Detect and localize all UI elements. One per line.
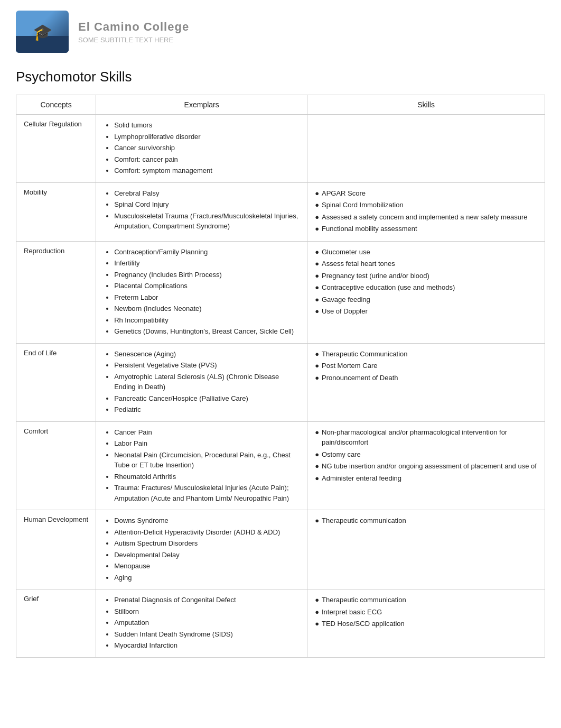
- list-item: Comfort: cancer pain: [114, 154, 300, 165]
- list-item: ●Functional mobility assessment: [315, 224, 537, 234]
- skill-text: Non-pharmacological and/or pharmacologic…: [322, 427, 537, 448]
- list-item: ●Contraceptive education (use and method…: [315, 282, 537, 293]
- list-item: ●Glucometer use: [315, 247, 537, 257]
- bullet-icon: ●: [315, 461, 319, 472]
- page-header: El Camino College SOME SUBTITLE TEXT HER…: [16, 11, 545, 53]
- skills-cell: ●APGAR Score●Spinal Cord Immobilization●…: [307, 182, 545, 241]
- list-item: Senescence (Aging): [114, 349, 300, 360]
- skill-text: Functional mobility assessment: [322, 224, 417, 234]
- bullet-icon: ●: [315, 188, 319, 199]
- bullet-icon: ●: [315, 247, 319, 257]
- page-title: Psychomotor Skills: [16, 69, 545, 85]
- table-row: MobilityCerebral PalsySpinal Cord Injury…: [16, 182, 545, 241]
- skill-text: Contraceptive education (use and methods…: [322, 282, 455, 293]
- bullet-icon: ●: [315, 361, 319, 371]
- bullet-icon: ●: [315, 373, 319, 383]
- list-item: Comfort: symptom management: [114, 165, 300, 176]
- bullet-icon: ●: [315, 619, 319, 629]
- skill-text: Ostomy care: [322, 449, 361, 460]
- exemplar-cell: Prenatal Diagnosis of Congenital DefectS…: [96, 589, 307, 658]
- list-item: Preterm Labor: [114, 292, 300, 303]
- concept-cell: Cellular Regulation: [16, 115, 96, 183]
- list-item: Solid tumors: [114, 120, 300, 131]
- college-name: El Camino College: [78, 20, 189, 34]
- list-item: Musculoskeletal Trauma (Fractures/Muscul…: [114, 211, 300, 232]
- list-item: ●Non-pharmacological and/or pharmacologi…: [315, 427, 537, 448]
- skill-text: Assess fetal heart tones: [322, 259, 395, 269]
- bullet-icon: ●: [315, 349, 319, 360]
- list-item: Contraception/Family Planning: [114, 247, 300, 257]
- bullet-icon: ●: [315, 595, 319, 605]
- skill-text: Administer enteral feeding: [322, 473, 401, 484]
- concept-cell: Reproduction: [16, 241, 96, 343]
- list-item: Prenatal Diagnosis of Congenital Defect: [114, 595, 300, 605]
- exemplar-cell: Senescence (Aging)Persistent Vegetative …: [96, 343, 307, 421]
- table-row: Human DevelopmentDowns SyndromeAttention…: [16, 510, 545, 589]
- skill-text: Post Mortem Care: [322, 361, 377, 371]
- list-item: Trauma: Fractures/ Musculoskeletal Injur…: [114, 483, 300, 503]
- list-item: Attention-Deficit Hyperactivity Disorder…: [114, 527, 300, 538]
- concept-cell: Mobility: [16, 182, 96, 241]
- list-item: ●TED Hose/SCD application: [315, 619, 537, 629]
- bullet-icon: ●: [315, 200, 319, 210]
- skills-cell: ●Therapeutic communication●Interpret bas…: [307, 589, 545, 658]
- concept-cell: Comfort: [16, 421, 96, 510]
- skill-text: Therapeutic communication: [322, 515, 406, 526]
- list-item: ●Therapeutic Communication: [315, 349, 537, 360]
- list-item: Downs Syndrome: [114, 515, 300, 526]
- psychomotor-table: Concepts Exemplars Skills Cellular Regul…: [16, 95, 545, 658]
- concept-cell: Grief: [16, 589, 96, 658]
- skills-cell: [307, 115, 545, 183]
- list-item: Amputation: [114, 618, 300, 628]
- list-item: ●Administer enteral feeding: [315, 473, 537, 484]
- skill-text: Pregnancy test (urine and/or blood): [322, 271, 429, 281]
- bullet-icon: ●: [315, 224, 319, 234]
- list-item: Rheumatoid Arthritis: [114, 472, 300, 482]
- list-item: Infertility: [114, 258, 300, 269]
- list-item: Cancer survivorship: [114, 143, 300, 153]
- skill-text: Glucometer use: [322, 247, 370, 257]
- list-item: Labor Pain: [114, 438, 300, 449]
- skill-text: TED Hose/SCD application: [322, 619, 405, 629]
- skill-text: Therapeutic communication: [322, 595, 406, 605]
- bullet-icon: ●: [315, 473, 319, 484]
- bullet-icon: ●: [315, 294, 319, 305]
- exemplar-cell: Contraception/Family PlanningInfertility…: [96, 241, 307, 343]
- list-item: ●APGAR Score: [315, 188, 537, 199]
- list-item: Persistent Vegetative State (PVS): [114, 360, 300, 371]
- list-item: ●Therapeutic communication: [315, 595, 537, 605]
- skill-text: NG tube insertion and/or ongoing assessm…: [322, 461, 537, 472]
- list-item: Rh Incompatibility: [114, 315, 300, 326]
- skill-text: Interpret basic ECG: [322, 607, 382, 618]
- list-item: ●Assess fetal heart tones: [315, 259, 537, 269]
- list-item: Myocardial Infarction: [114, 640, 300, 651]
- bullet-icon: ●: [315, 259, 319, 269]
- table-row: End of LifeSenescence (Aging)Persistent …: [16, 343, 545, 421]
- col-concepts: Concepts: [16, 95, 96, 115]
- list-item: ●Gavage feeding: [315, 294, 537, 305]
- list-item: Newborn (Includes Neonate): [114, 303, 300, 314]
- exemplar-cell: Cancer PainLabor PainNeonatal Pain (Circ…: [96, 421, 307, 510]
- bullet-icon: ●: [315, 212, 319, 223]
- exemplar-cell: Cerebral PalsySpinal Cord InjuryMusculos…: [96, 182, 307, 241]
- skill-text: APGAR Score: [322, 188, 366, 199]
- skill-text: Assessed a safety concern and implemente…: [322, 212, 528, 223]
- list-item: Amyotrophic Lateral Sclerosis (ALS) (Chr…: [114, 372, 300, 392]
- list-item: ●Interpret basic ECG: [315, 607, 537, 618]
- list-item: ●Therapeutic communication: [315, 515, 537, 526]
- skill-text: Pronouncement of Death: [322, 373, 398, 383]
- skill-text: Spinal Cord Immobilization: [322, 200, 404, 210]
- college-subtitle: SOME SUBTITLE TEXT HERE: [78, 36, 189, 44]
- list-item: Aging: [114, 573, 300, 583]
- list-item: ●Pregnancy test (urine and/or blood): [315, 271, 537, 281]
- bullet-icon: ●: [315, 282, 319, 293]
- skill-text: Use of Doppler: [322, 306, 368, 317]
- col-skills: Skills: [307, 95, 545, 115]
- col-exemplars: Exemplars: [96, 95, 307, 115]
- list-item: ●Ostomy care: [315, 449, 537, 460]
- list-item: Genetics (Downs, Huntington's, Breast Ca…: [114, 326, 300, 337]
- table-header-row: Concepts Exemplars Skills: [16, 95, 545, 115]
- list-item: ●Use of Doppler: [315, 306, 537, 317]
- list-item: Neonatal Pain (Circumcision, Procedural …: [114, 450, 300, 471]
- list-item: Sudden Infant Death Syndrome (SIDS): [114, 629, 300, 640]
